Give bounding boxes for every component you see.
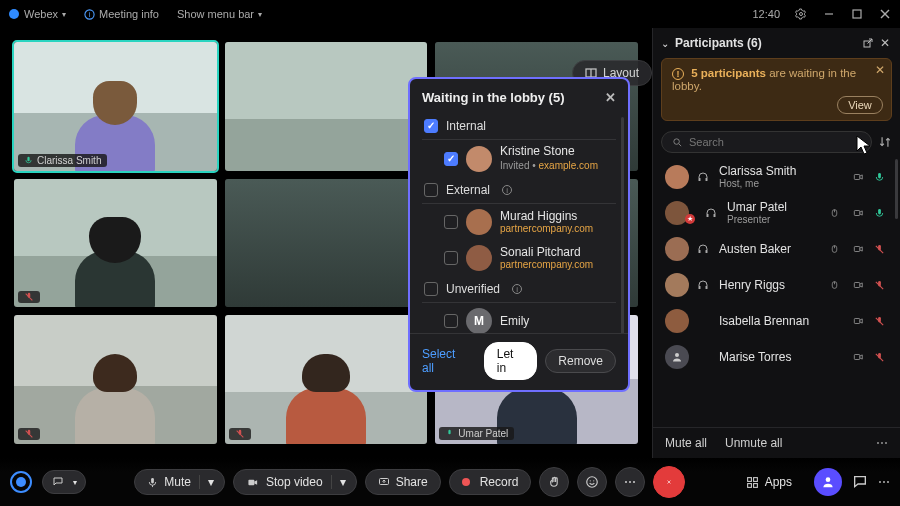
show-menu-bar[interactable]: Show menu bar ▾ (177, 8, 262, 20)
video-icon[interactable] (852, 280, 866, 290)
tile-nameplate (18, 291, 40, 303)
lobby-section-internal[interactable]: Internal (422, 113, 616, 140)
reactions-button[interactable] (577, 467, 607, 497)
checkbox[interactable] (424, 282, 438, 296)
participant-row[interactable]: Henry Riggs (653, 267, 900, 303)
video-icon[interactable] (852, 316, 866, 326)
participants-panel-toggle[interactable] (814, 468, 842, 496)
avatar (466, 209, 492, 235)
participant-row[interactable]: ★Umar PatelPresenter (653, 195, 900, 231)
select-all-link[interactable]: Select all (422, 347, 468, 375)
mic-off-icon[interactable] (874, 351, 888, 364)
video-tile[interactable] (225, 315, 428, 444)
lobby-section-unverified[interactable]: Unverified i (422, 276, 616, 303)
share-button[interactable]: Share (365, 469, 441, 495)
svg-rect-39 (854, 355, 859, 360)
chat-panel-toggle[interactable] (852, 474, 868, 490)
apps-button[interactable]: Apps (734, 470, 804, 494)
video-tile[interactable] (225, 42, 428, 171)
mic-off-icon[interactable] (874, 315, 888, 328)
participant-name: Austen Baker (719, 243, 822, 256)
checkbox[interactable] (424, 119, 438, 133)
mute-all-button[interactable]: Mute all (665, 436, 707, 450)
svg-rect-16 (699, 178, 701, 181)
video-icon (246, 477, 260, 488)
mic-on-icon[interactable] (874, 171, 888, 184)
checkbox[interactable] (444, 152, 458, 166)
remove-button[interactable]: Remove (545, 349, 616, 373)
chevron-down-icon[interactable]: ▾ (199, 475, 220, 489)
alert-close-icon[interactable]: ✕ (875, 63, 885, 77)
participant-row[interactable]: Isabella Brennan (653, 303, 900, 339)
warning-icon: ! (672, 68, 684, 80)
chevron-down-icon: ▾ (62, 10, 66, 19)
video-tile[interactable] (225, 179, 428, 308)
settings-gear-icon[interactable] (794, 7, 808, 21)
end-call-button[interactable] (653, 466, 685, 498)
svg-rect-52 (753, 483, 757, 487)
video-icon[interactable] (852, 352, 866, 362)
panels-more-button[interactable]: ⋯ (878, 475, 890, 489)
checkbox[interactable] (444, 251, 458, 265)
video-icon[interactable] (852, 208, 866, 218)
svg-rect-28 (854, 247, 859, 252)
mic-on-icon[interactable] (874, 207, 888, 220)
avatar (665, 273, 689, 297)
more-options-button[interactable]: ⋯ (615, 467, 645, 497)
checkbox[interactable] (424, 183, 438, 197)
stop-video-button[interactable]: Stop video ▾ (233, 469, 357, 495)
participants-panel: ⌄ Participants (6) ✕ ✕ ! 5 participants … (652, 28, 900, 458)
app-menu[interactable]: Webex ▾ (8, 8, 66, 20)
chevron-down-icon[interactable]: ▾ (331, 475, 352, 489)
window-close[interactable] (878, 7, 892, 21)
raise-hand-button[interactable] (539, 467, 569, 497)
avatar (466, 146, 492, 172)
participant-name: Marise Torres (719, 351, 844, 364)
tile-nameplate: Umar Patel (439, 427, 514, 440)
chevron-down-icon[interactable]: ⌄ (661, 38, 669, 49)
lobby-section-external[interactable]: External i (422, 177, 616, 204)
svg-point-45 (590, 480, 591, 481)
video-tile[interactable]: Clarissa Smith (14, 42, 217, 171)
record-button[interactable]: Record (449, 469, 532, 495)
participant-row[interactable]: Clarissa SmithHost, me (653, 159, 900, 195)
popout-icon[interactable] (862, 37, 874, 49)
participant-name: Isabella Brennan (719, 315, 844, 328)
lobby-entry[interactable]: M Emily (422, 303, 616, 333)
assistant-icon[interactable] (10, 471, 32, 493)
chat-button[interactable]: ▾ (42, 470, 86, 494)
window-minimize[interactable] (822, 7, 836, 21)
lobby-entry[interactable]: Murad Higgins partnercompany.com (422, 204, 616, 240)
close-icon[interactable]: ✕ (605, 90, 616, 105)
window-maximize[interactable] (850, 7, 864, 21)
video-tile[interactable] (14, 179, 217, 308)
search-input[interactable] (689, 136, 861, 148)
hand-icon (548, 476, 561, 489)
mic-off-icon[interactable] (874, 243, 888, 256)
participant-row[interactable]: Austen Baker (653, 231, 900, 267)
view-lobby-button[interactable]: View (837, 96, 883, 114)
sort-icon[interactable] (878, 135, 892, 149)
let-in-button[interactable]: Let in (484, 342, 538, 380)
more-icon: ⋯ (624, 475, 636, 489)
participant-row[interactable]: Marise Torres (653, 339, 900, 375)
checkbox[interactable] (444, 314, 458, 328)
unmute-all-button[interactable]: Unmute all (725, 436, 782, 450)
info-icon[interactable]: i (512, 284, 522, 294)
svg-rect-25 (706, 250, 708, 253)
checkbox[interactable] (444, 215, 458, 229)
video-icon[interactable] (852, 172, 866, 182)
remote-control-icon (830, 243, 844, 255)
mute-button[interactable]: Mute ▾ (134, 469, 225, 495)
lobby-entry[interactable]: Kristine Stone Invited • example.com (422, 140, 616, 177)
info-icon[interactable]: i (502, 185, 512, 195)
video-icon[interactable] (852, 244, 866, 254)
participants-search[interactable] (661, 131, 872, 153)
video-tile[interactable] (14, 315, 217, 444)
meeting-info[interactable]: i Meeting info (84, 8, 159, 20)
more-icon[interactable]: ⋯ (876, 436, 888, 450)
close-icon[interactable]: ✕ (880, 36, 890, 50)
lobby-entry[interactable]: Sonali Pitchard partnercompany.com (422, 240, 616, 276)
mic-off-icon[interactable] (874, 279, 888, 292)
lobby-title: Waiting in the lobby (5) (422, 90, 565, 105)
